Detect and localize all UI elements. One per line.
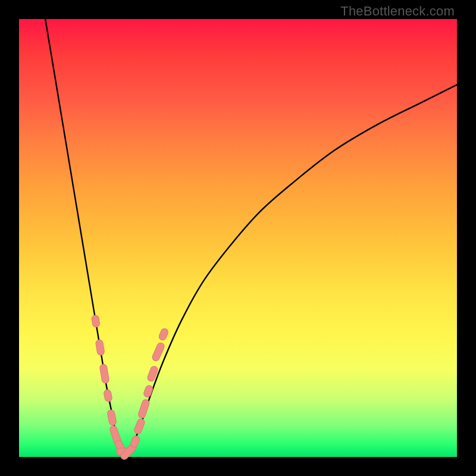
plot-area — [19, 19, 457, 457]
curve-right-branch — [124, 84, 457, 452]
curve-marker — [158, 327, 169, 341]
watermark-text: TheBottleneck.com — [340, 4, 455, 19]
curve-marker — [137, 399, 151, 419]
curve-marker — [143, 384, 154, 398]
curve-marker — [133, 418, 146, 435]
curve-marker — [104, 389, 113, 402]
curve-marker — [99, 364, 109, 384]
curve-marker — [91, 315, 100, 328]
marker-cluster — [91, 315, 169, 461]
curve-layer — [19, 19, 457, 457]
v-curve — [45, 19, 457, 453]
curve-left-branch — [45, 19, 124, 453]
curve-marker — [151, 342, 165, 362]
curve-marker — [107, 409, 117, 426]
curve-marker — [95, 339, 105, 356]
chart-root: TheBottleneck.com — [0, 0, 476, 476]
